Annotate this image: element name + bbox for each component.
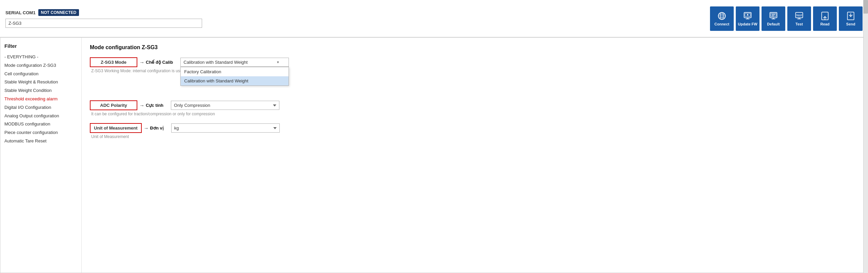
- main-area: Filter - EVERYTHING - Mode configuration…: [0, 37, 868, 273]
- update-fw-icon: [743, 11, 752, 21]
- sidebar-item-stable-weight[interactable]: Stable Weight & Resolution: [4, 78, 77, 86]
- zsg3-mode-label: Z-SG3 Mode: [90, 57, 137, 67]
- scroll-indicator[interactable]: [863, 0, 868, 273]
- adc-polarity-viet-label: Cực tính: [146, 103, 163, 108]
- connect-button[interactable]: Connect: [710, 6, 734, 31]
- sidebar-item-everything[interactable]: - EVERYTHING -: [4, 53, 77, 61]
- sidebar-item-analog-output[interactable]: Analog Output configuration: [4, 112, 77, 120]
- sidebar-item-mode-config[interactable]: Mode configuration Z-SG3: [4, 61, 77, 70]
- sidebar-item-threshold[interactable]: Threshold exceeding alarm: [4, 95, 77, 103]
- svg-text:TEST: TEST: [796, 14, 803, 16]
- sidebar-item-digital-io[interactable]: Digital I/O Configuration: [4, 103, 77, 112]
- sidebar-item-auto-tare[interactable]: Automatic Tare Reset: [4, 137, 77, 145]
- serial-label: SERIAL COM1: [5, 10, 36, 15]
- dropdown-item-factory[interactable]: Factory Calibration: [181, 67, 289, 76]
- config-row-inner-zsg3: Z-SG3 Mode Chế độ Calib Calibration with…: [90, 57, 860, 67]
- config-row-zsg3-mode: Z-SG3 Mode Chế độ Calib Calibration with…: [90, 57, 860, 73]
- globe-icon: [717, 11, 727, 21]
- unit-measurement-viet-label: Đơn vị: [150, 125, 164, 131]
- top-left-area: SERIAL COM1 NOT CONNECTED: [5, 9, 202, 28]
- zsg3-mode-dropdown-display[interactable]: Calibration with Standard Weight: [180, 58, 289, 67]
- unit-measurement-hint: Unit of Measurement: [91, 134, 860, 139]
- update-fw-button[interactable]: Update FW: [736, 6, 760, 31]
- unit-measurement-label: Unit of Measurement: [90, 123, 142, 133]
- config-row-unit-measurement: Unit of Measurement Đơn vị kg g lb N Uni…: [90, 123, 860, 139]
- default-button[interactable]: Default: [762, 6, 785, 31]
- default-icon: [769, 11, 778, 21]
- config-row-inner-adc: ADC Polarity Cực tính Only Compression T…: [90, 100, 860, 110]
- test-icon: TEST: [794, 11, 804, 21]
- unit-measurement-select[interactable]: kg g lb N: [171, 123, 280, 133]
- content-title: Mode configuration Z-SG3: [90, 44, 860, 51]
- zsg3-mode-dropdown-list: Factory Calibration Calibration with Sta…: [180, 67, 289, 86]
- adc-polarity-select[interactable]: Only Compression Traction/Compression: [171, 101, 279, 110]
- default-label: Default: [767, 22, 780, 26]
- read-icon: [820, 11, 830, 21]
- connection-status-badge: NOT CONNECTED: [38, 9, 79, 16]
- send-button[interactable]: Send: [839, 6, 863, 31]
- sidebar: Filter - EVERYTHING - Mode configuration…: [0, 38, 82, 273]
- toolbar-buttons: Connect Update FW: [710, 6, 863, 31]
- config-row-adc-polarity: ADC Polarity Cực tính Only Compression T…: [90, 100, 860, 116]
- read-button[interactable]: Read: [813, 6, 837, 31]
- test-button[interactable]: TEST Test: [787, 6, 811, 31]
- zsg3-mode-viet-label: Chế độ Calib: [146, 60, 173, 65]
- sidebar-item-modbus[interactable]: MODBUS configuration: [4, 120, 77, 129]
- scroll-thumb[interactable]: [863, 0, 868, 14]
- sidebar-title: Filter: [4, 43, 77, 49]
- zsg3-mode-dropdown-container[interactable]: Calibration with Standard Weight Factory…: [180, 58, 289, 67]
- device-name-input[interactable]: [5, 19, 202, 28]
- sidebar-item-piece-counter[interactable]: Piece counter configuration: [4, 129, 77, 137]
- adc-polarity-label: ADC Polarity: [90, 100, 137, 110]
- adc-polarity-hint: It can be configured for traction/compre…: [91, 112, 860, 116]
- send-label: Send: [846, 22, 855, 26]
- read-label: Read: [821, 22, 830, 26]
- send-icon: [846, 11, 855, 21]
- content-area: Mode configuration Z-SG3 Z-SG3 Mode Chế …: [82, 38, 868, 273]
- connect-label: Connect: [714, 22, 729, 26]
- top-bar: SERIAL COM1 NOT CONNECTED Connect: [0, 0, 868, 37]
- dropdown-item-calibration-standard[interactable]: Calibration with Standard Weight: [181, 76, 289, 85]
- config-row-inner-unit: Unit of Measurement Đơn vị kg g lb N: [90, 123, 860, 133]
- serial-row: SERIAL COM1 NOT CONNECTED: [5, 9, 202, 16]
- test-label: Test: [795, 22, 803, 26]
- update-fw-label: Update FW: [738, 22, 757, 26]
- sidebar-item-stable-condition[interactable]: Stable Weight Condition: [4, 86, 77, 95]
- sidebar-item-cell-config[interactable]: Cell configuration: [4, 70, 77, 78]
